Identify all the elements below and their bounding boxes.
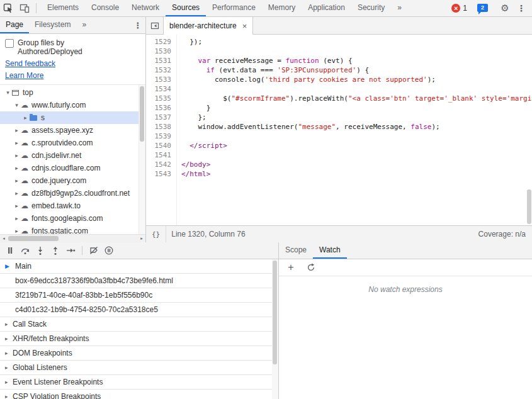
line-number[interactable]: 1541 [146, 150, 176, 160]
code-line[interactable]: 1535 $("#scormIframe").replaceWith("<a c… [146, 94, 532, 103]
section-dom-breakpoints[interactable]: ▸DOM Breakpoints [0, 346, 272, 361]
tree-item-cdnjs-cloudflare-com[interactable]: ▸☁cdnjs.cloudflare.com [0, 162, 139, 174]
tree-collapse-icon[interactable]: ▾ [13, 102, 21, 108]
code-line[interactable]: 1531 var receiveMessage = function (evt)… [146, 56, 532, 65]
code-line[interactable]: 1543</html> [146, 169, 532, 179]
pause-script-button[interactable] [3, 243, 18, 258]
code-line[interactable]: 1530 [146, 47, 532, 56]
close-tab-icon[interactable]: × [242, 21, 247, 31]
tree-item-fonts-googleapis-com[interactable]: ▸☁fonts.googleapis.com [0, 212, 139, 225]
tree-expand-icon[interactable]: ▸ [13, 203, 21, 209]
error-count-badge[interactable]: × 1 [451, 4, 467, 13]
code-editor[interactable]: 1529 });15301531 var receiveMessage = fu… [146, 35, 532, 225]
tree-item-dz8fbjd9gwp2s-cloudfront-net[interactable]: ▸☁dz8fbjd9gwp2s.cloudfront.net [0, 187, 139, 200]
send-feedback-link[interactable]: Send feedback [5, 59, 55, 68]
thread-main[interactable]: ▶Main [0, 259, 272, 274]
code-line[interactable]: 1538 window.addEventListener("message", … [146, 122, 532, 132]
step-out-button[interactable] [48, 243, 63, 258]
section-event-listener-breakpoints[interactable]: ▸Event Listener Breakpoints [0, 375, 272, 390]
tab-security[interactable]: Security [351, 0, 391, 16]
tree-item-s[interactable]: ▸s [0, 111, 139, 124]
tree-horizontal-scrollbar[interactable]: ◂ ▸ [0, 234, 145, 242]
code-line[interactable]: 1534 [146, 84, 532, 94]
toggle-navigator-icon[interactable] [146, 17, 163, 34]
scrollbar-thumb[interactable] [8, 236, 59, 241]
more-navigator-tabs-button[interactable]: » [76, 17, 92, 33]
line-number[interactable]: 1537 [146, 113, 176, 122]
refresh-watch-button[interactable] [304, 261, 318, 274]
tree-collapse-icon[interactable]: ▾ [4, 89, 12, 96]
code-line[interactable]: 1542</body> [146, 160, 532, 169]
tree-expand-icon[interactable]: ▸ [13, 127, 21, 133]
line-number[interactable]: 1540 [146, 141, 176, 150]
step-button[interactable] [63, 243, 78, 258]
line-number[interactable]: 1534 [146, 84, 176, 94]
tree-expand-icon[interactable]: ▸ [13, 190, 21, 196]
issues-badge[interactable]: 2 [477, 4, 488, 12]
tree-expand-icon[interactable]: ▸ [13, 215, 21, 222]
settings-gear-icon[interactable]: ⚙ [497, 0, 513, 16]
editor-scrollbar[interactable] [526, 35, 532, 225]
tab-elements[interactable]: Elements [41, 0, 85, 16]
tab-memory[interactable]: Memory [262, 0, 302, 16]
tree-scrollbar[interactable] [139, 85, 145, 234]
section-csp-violation-breakpoints[interactable]: ▸CSP Violation Breakpoints [0, 390, 272, 399]
file-tab[interactable]: blender-architecture × [163, 17, 253, 35]
line-number[interactable]: 1543 [146, 169, 176, 179]
line-number[interactable]: 1531 [146, 56, 176, 65]
tree-expand-icon[interactable]: ▸ [13, 140, 21, 146]
tree-expand-icon[interactable]: ▸ [13, 228, 21, 234]
tree-expand-icon[interactable]: ▸ [13, 165, 21, 171]
tab-performance[interactable]: Performance [206, 0, 262, 16]
more-options-icon[interactable]: ⋮ [513, 0, 529, 16]
tree-item-assets-spayee-xyz[interactable]: ▸☁assets.spayee.xyz [0, 124, 139, 137]
navigator-tab-filesystem[interactable]: Filesystem [29, 17, 76, 33]
tab-sources[interactable]: Sources [166, 0, 206, 16]
scrollbar-thumb[interactable] [140, 86, 144, 142]
line-number[interactable]: 1529 [146, 37, 176, 47]
add-watch-expression-button[interactable]: + [284, 261, 298, 274]
section-xhr-fetch-breakpoints[interactable]: ▸XHR/fetch Breakpoints [0, 332, 272, 346]
line-number[interactable]: 1536 [146, 103, 176, 113]
step-into-button[interactable] [33, 243, 48, 258]
line-number[interactable]: 1542 [146, 160, 176, 169]
pretty-print-button[interactable]: {} [146, 226, 166, 242]
scrollbar-thumb[interactable] [527, 189, 531, 224]
scroll-left-icon[interactable]: ◂ [0, 236, 8, 241]
step-over-button[interactable] [18, 243, 33, 258]
code-line[interactable]: 1541 [146, 150, 532, 160]
section-global-listeners[interactable]: ▸Global Listeners [0, 361, 272, 375]
thread-3f219b71-40ce-40af-83bb-1eb5f556b90c[interactable]: 3f219b71-40ce-40af-83bb-1eb5f556b90c [0, 288, 272, 303]
scroll-right-icon[interactable]: ▸ [138, 236, 145, 241]
deactivate-breakpoints-button[interactable] [86, 243, 101, 258]
tree-item-code-jquery-com[interactable]: ▸☁code.jquery.com [0, 174, 139, 187]
code-line[interactable]: 1529 }); [146, 37, 532, 47]
toggle-device-toolbar-button[interactable] [16, 0, 33, 16]
navigator-menu-icon[interactable]: ⋮ [130, 17, 145, 33]
pause-on-exceptions-button[interactable] [101, 243, 116, 258]
line-number[interactable]: 1533 [146, 75, 176, 84]
tab-network[interactable]: Network [125, 0, 166, 16]
code-line[interactable]: 1532 if (evt.data === 'SP:3PCunsupported… [146, 65, 532, 75]
tree-expand-icon[interactable]: ▸ [13, 177, 21, 184]
thread-c4d01c32-1b9b-4754-8250-70c2a5318ce5[interactable]: c4d01c32-1b9b-4754-8250-70c2a5318ce5 [0, 303, 272, 317]
section-call-stack[interactable]: ▸Call Stack [0, 317, 272, 332]
navigator-tab-page[interactable]: Page [0, 17, 29, 33]
more-panels-button[interactable]: » [391, 0, 408, 16]
debugger-scrollbar[interactable] [272, 259, 278, 399]
line-number[interactable]: 1535 [146, 94, 176, 103]
tree-item-www-futurly-com[interactable]: ▾☁www.futurly.com [0, 99, 139, 111]
code-line[interactable]: 1539 [146, 132, 532, 141]
tree-item-cdn-jsdelivr-net[interactable]: ▸☁cdn.jsdelivr.net [0, 149, 139, 162]
scrollbar-thumb[interactable] [273, 261, 277, 364]
tree-item-fonts-gstatic-com[interactable]: ▸☁fonts.gstatic.com [0, 225, 139, 234]
code-line[interactable]: 1540 </script> [146, 141, 532, 150]
tree-expand-icon[interactable]: ▸ [13, 152, 21, 159]
tab-scope[interactable]: Scope [279, 242, 313, 259]
tree-expand-icon[interactable]: ▸ [21, 115, 30, 121]
code-line[interactable]: 1537 }; [146, 113, 532, 122]
line-number[interactable]: 1530 [146, 47, 176, 56]
inspect-element-button[interactable] [0, 0, 16, 16]
learn-more-link[interactable]: Learn More [5, 71, 43, 80]
tree-item-top[interactable]: ▾top [0, 86, 139, 99]
